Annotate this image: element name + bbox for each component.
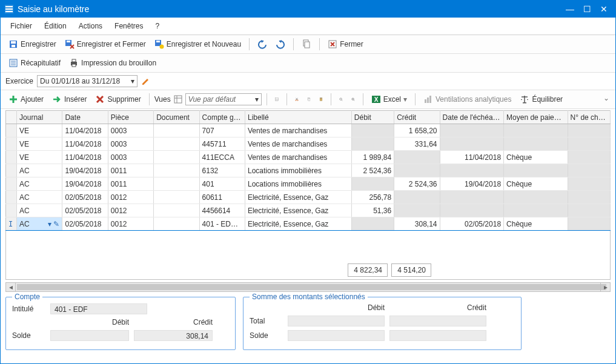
cell-compte[interactable]: 707 (199, 124, 245, 137)
cell-libelle[interactable]: Ventes de marchandises (245, 124, 351, 137)
cell-echeance[interactable] (440, 164, 504, 177)
cell-journal[interactable]: AC ▾ ✎ (17, 217, 62, 231)
cell-cheque[interactable] (568, 137, 610, 151)
cell-credit[interactable] (394, 204, 440, 217)
cell-debit[interactable]: 2 524,36 (351, 164, 394, 177)
cell-cheque[interactable] (568, 124, 610, 137)
horizontal-scrollbar[interactable]: ◂ ▸ (5, 282, 611, 292)
cell-piece[interactable]: 0003 (108, 151, 153, 164)
cell-journal[interactable]: AC (17, 204, 62, 217)
table-row[interactable]: AC19/04/201800116132Locations immobilièr… (6, 164, 611, 177)
cell-compte[interactable]: 6132 (199, 164, 245, 177)
save-button[interactable]: Enregistrer (5, 38, 59, 51)
cell-document[interactable] (154, 124, 199, 137)
cell-libelle[interactable]: Ventes de marchandises (245, 151, 351, 164)
cell-moyen[interactable]: Chèque (504, 151, 568, 164)
cut-icon[interactable] (292, 94, 302, 104)
menu-actions[interactable]: Actions (74, 20, 107, 32)
cell-document[interactable] (154, 164, 199, 177)
cell-moyen[interactable] (504, 164, 568, 177)
cell-date[interactable]: 02/05/2018 (62, 191, 108, 204)
menu-help[interactable]: ? (150, 20, 164, 32)
cell-piece[interactable]: 0003 (108, 124, 153, 137)
table-row[interactable]: IAC ▾ ✎02/05/20180012401 - EDF-...Electr… (6, 217, 611, 231)
cell-moyen[interactable]: Chèque (504, 177, 568, 191)
table-row[interactable]: VE11/04/20180003707Ventes de marchandise… (6, 124, 611, 137)
cell-echeance[interactable]: 02/05/2018 (440, 217, 504, 231)
close-window-button[interactable]: ✕ (596, 3, 612, 15)
cell-credit[interactable]: 2 524,36 (394, 177, 440, 191)
menu-edition[interactable]: Édition (39, 20, 71, 32)
cell-moyen[interactable] (504, 204, 568, 217)
col-moyen[interactable]: Moyen de paiement (504, 111, 568, 124)
excel-button[interactable]: X Excel ▾ (368, 93, 410, 106)
cell-libelle[interactable]: Ventes de marchandises (245, 137, 351, 151)
cell-document[interactable] (154, 151, 199, 164)
col-libelle[interactable]: Libellé (245, 111, 351, 124)
cell-piece[interactable]: 0003 (108, 137, 153, 151)
cell-libelle[interactable]: Locations immobilières (245, 177, 351, 191)
menu-fichier[interactable]: Fichier (5, 20, 37, 32)
cell-compte[interactable]: 445711 (199, 137, 245, 151)
print-draft-button[interactable]: Impression du brouillon (66, 56, 159, 70)
col-cheque[interactable]: N° de chèque (568, 111, 610, 124)
cell-cheque[interactable] (568, 217, 610, 231)
scroll-right-icon[interactable]: ▸ (600, 283, 610, 291)
cell-document[interactable] (154, 191, 199, 204)
edit-icon[interactable] (141, 76, 151, 86)
cell-compte[interactable]: 4456614 (199, 204, 245, 217)
cell-libelle[interactable]: Electricité, Essence, Gaz (245, 204, 351, 217)
cell-piece[interactable]: 0012 (108, 217, 153, 231)
col-credit[interactable]: Crédit (394, 111, 440, 124)
cell-date[interactable]: 11/04/2018 (62, 124, 108, 137)
add-button[interactable]: Ajouter (5, 93, 47, 106)
cell-date[interactable]: 11/04/2018 (62, 151, 108, 164)
cell-compte[interactable]: 401 (199, 177, 245, 191)
cell-credit[interactable] (394, 151, 440, 164)
table-row[interactable]: VE11/04/20180003445711Ventes de marchand… (6, 137, 611, 151)
copy-button[interactable] (299, 38, 314, 51)
views-combo[interactable]: Vue par défaut ▾ (185, 93, 262, 105)
cell-cheque[interactable] (568, 191, 610, 204)
cell-journal[interactable]: AC (17, 191, 62, 204)
col-debit[interactable]: Débit (351, 111, 394, 124)
cell-moyen[interactable]: Chèque (504, 217, 568, 231)
recap-button[interactable]: Récapitulatif (5, 56, 64, 70)
cell-document[interactable] (154, 217, 199, 231)
cell-moyen[interactable] (504, 191, 568, 204)
cell-compte[interactable]: 60611 (199, 191, 245, 204)
cell-libelle[interactable]: Locations immobilières (245, 164, 351, 177)
cell-echeance[interactable] (440, 124, 504, 137)
maximize-button[interactable]: ☐ (579, 3, 595, 15)
cell-credit[interactable] (394, 191, 440, 204)
col-echeance[interactable]: Date de l'échéance (440, 111, 504, 124)
cell-journal[interactable]: VE (17, 124, 62, 137)
scroll-thumb[interactable] (17, 284, 606, 290)
zoom-in-icon[interactable] (336, 94, 346, 104)
equilibrer-button[interactable]: Équilibrer (517, 93, 566, 106)
cell-debit[interactable] (351, 217, 394, 231)
cell-debit[interactable]: 1 989,84 (351, 151, 394, 164)
cell-libelle[interactable]: Electricité, Essence, Gaz (245, 217, 351, 231)
cell-journal[interactable]: VE (17, 137, 62, 151)
cell-echeance[interactable] (440, 137, 504, 151)
cell-echeance[interactable] (440, 191, 504, 204)
cell-cheque[interactable] (568, 164, 610, 177)
cell-document[interactable] (154, 204, 199, 217)
cell-echeance[interactable]: 19/04/2018 (440, 177, 504, 191)
cell-compte[interactable]: 411ECCA (199, 151, 245, 164)
paste-icon[interactable] (316, 94, 326, 104)
save-close-button[interactable]: Enregistrer et Fermer (62, 38, 149, 51)
col-compte[interactable]: Compte gé... (199, 111, 245, 124)
col-document[interactable]: Document (154, 111, 199, 124)
col-piece[interactable]: Pièce (108, 111, 153, 124)
entries-grid[interactable]: Journal Date Pièce Document Compte gé...… (5, 110, 611, 231)
cell-debit[interactable] (351, 177, 394, 191)
table-row[interactable]: VE11/04/20180003411ECCAVentes de marchan… (6, 151, 611, 164)
cell-date[interactable]: 02/05/2018 (62, 204, 108, 217)
table-row[interactable]: AC02/05/2018001260611Electricité, Essenc… (6, 191, 611, 204)
zoom-out-icon[interactable] (348, 94, 358, 104)
close-button[interactable]: Fermer (325, 38, 366, 51)
exercice-combo[interactable]: Du 01/01/18 au 31/12/18 ▾ (37, 75, 137, 87)
col-date[interactable]: Date (62, 111, 108, 124)
